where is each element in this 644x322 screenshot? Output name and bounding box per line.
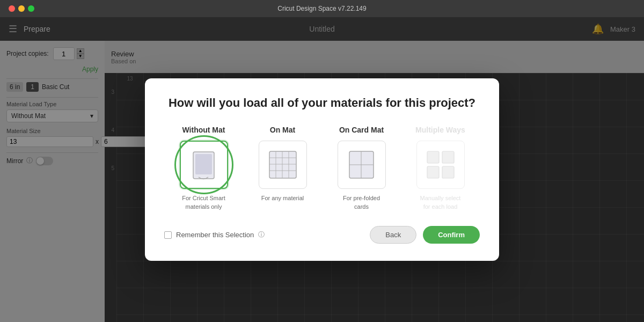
app-title: Cricut Design Space v7.22.149 <box>277 5 366 12</box>
modal-options: Without Mat For Cricut Smartmaterials on… <box>164 126 480 211</box>
confirm-button[interactable]: Confirm <box>423 226 480 244</box>
multiple-ways-svg <box>425 149 457 181</box>
option-multiple-ways[interactable]: Multiple Ways Manually selectfor each lo… <box>403 126 478 211</box>
remember-section: Remember this Selection ⓘ <box>164 230 265 239</box>
title-bar: Cricut Design Space v7.22.149 <box>0 0 644 17</box>
minimize-button[interactable] <box>18 5 25 12</box>
option-on-card-mat-icon-wrap <box>338 141 386 189</box>
close-button[interactable] <box>9 5 15 12</box>
option-on-card-mat[interactable]: On Card Mat For pre-foldedcards <box>324 126 399 211</box>
option-on-mat[interactable]: On Mat For any materia <box>245 126 320 211</box>
svg-rect-2 <box>269 151 296 178</box>
without-mat-svg <box>189 148 218 182</box>
remember-checkbox[interactable] <box>164 231 172 239</box>
modal-buttons: Back Confirm <box>370 226 480 244</box>
option-without-mat[interactable]: Without Mat For Cricut Smartmaterials on… <box>166 126 241 211</box>
option-on-mat-title: On Mat <box>270 126 295 134</box>
svg-rect-14 <box>427 166 439 178</box>
option-on-card-mat-title: On Card Mat <box>339 126 384 134</box>
svg-rect-1 <box>195 154 212 174</box>
modal-dialog: How will you load all of your materials … <box>145 78 499 261</box>
remember-info-icon[interactable]: ⓘ <box>258 230 265 239</box>
back-button[interactable]: Back <box>370 226 416 244</box>
option-without-mat-desc: For Cricut Smartmaterials only <box>182 194 225 211</box>
option-multiple-ways-icon-wrap <box>416 141 465 189</box>
option-on-card-mat-desc: For pre-foldedcards <box>343 194 380 211</box>
svg-rect-15 <box>442 166 454 178</box>
svg-rect-13 <box>442 151 454 163</box>
option-without-mat-icon-wrap <box>180 141 228 189</box>
option-multiple-ways-title: Multiple Ways <box>415 126 465 134</box>
modal-title: How will you load all of your materials … <box>164 96 480 111</box>
traffic-lights <box>9 5 34 12</box>
option-multiple-ways-desc: Manually selectfor each load <box>420 194 461 211</box>
svg-rect-12 <box>427 151 439 163</box>
on-mat-svg <box>267 149 299 181</box>
modal-footer: Remember this Selection ⓘ Back Confirm <box>164 226 480 244</box>
option-on-mat-desc: For any material <box>261 194 304 202</box>
modal-overlay: How will you load all of your materials … <box>0 17 644 322</box>
maximize-button[interactable] <box>28 5 34 12</box>
option-without-mat-title: Without Mat <box>182 126 225 134</box>
option-on-mat-icon-wrap <box>259 141 307 189</box>
app-body: ☰ Prepare Untitled 🔔 Maker 3 Project cop… <box>0 17 644 322</box>
on-card-mat-svg <box>347 149 376 181</box>
remember-label: Remember this Selection <box>176 231 254 239</box>
